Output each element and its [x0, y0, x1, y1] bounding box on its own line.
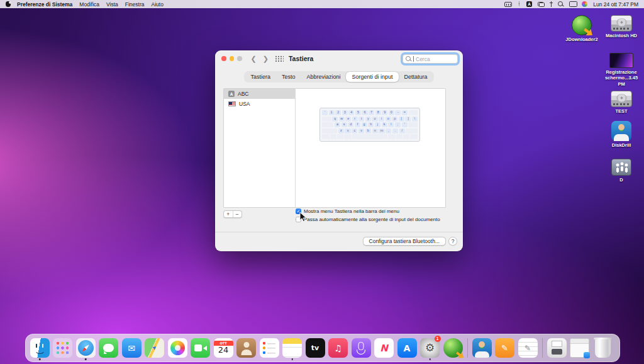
input-source-label: ABC: [238, 91, 248, 97]
running-indicator: [291, 358, 293, 360]
bluetooth-icon[interactable]: ᛂ: [518, 1, 521, 8]
launchpad-dock-icon[interactable]: [52, 336, 74, 361]
system-preferences-dock-icon[interactable]: ⚙1: [419, 336, 441, 361]
notes-dock-icon[interactable]: [282, 336, 303, 361]
textedit-dock-icon[interactable]: ✎: [517, 336, 538, 361]
maps-dock-icon[interactable]: ➤: [144, 336, 165, 361]
jdownloader2-desktop-icon[interactable]: JDownloader2: [562, 15, 602, 42]
key-o: o: [386, 117, 391, 122]
globe-icon: [572, 15, 592, 35]
diskdrill-dock-icon[interactable]: [471, 336, 492, 361]
menu-finestra[interactable]: Finestra: [125, 1, 145, 8]
menu-preferenze-di-sistema[interactable]: Preferenze di Sistema: [17, 1, 72, 8]
menu-vista[interactable]: Vista: [106, 1, 118, 8]
menu-bar-clock[interactable]: Lun 24 ott 7:47 PM: [593, 1, 638, 8]
checkbox-passa-automaticamente-alla-sor[interactable]: Passa automaticamente alla sorgente di i…: [296, 217, 440, 222]
key-=: =: [402, 110, 408, 115]
mouse-cursor: [299, 212, 307, 223]
window-titlebar[interactable]: ❮ ❯ Tastiera Cerca: [215, 50, 463, 67]
appletv-dock-icon[interactable]: tv: [304, 336, 326, 361]
key-blank: [322, 128, 337, 134]
key-6: 6: [362, 110, 367, 115]
test-desktop-icon[interactable]: TEST: [601, 91, 641, 114]
calendar-dock-icon[interactable]: OTT24: [213, 336, 234, 361]
contacts-dock-icon[interactable]: [236, 336, 257, 361]
remove-source-button[interactable]: −: [233, 211, 242, 217]
traffic-lights: [221, 56, 242, 61]
document-dock-icon[interactable]: [546, 336, 567, 361]
close-button[interactable]: [221, 56, 226, 61]
desktop-icon-label: DiskDrill: [612, 142, 631, 148]
messages-icon: [99, 338, 118, 358]
news-icon: N: [374, 338, 394, 358]
tab-tastiera[interactable]: Tastiera: [245, 72, 276, 82]
desktop-icon-label: D: [619, 177, 623, 183]
trash-dock-icon[interactable]: [592, 336, 613, 361]
key-blank: [322, 122, 333, 127]
screen-mirroring-icon[interactable]: [538, 2, 545, 7]
tab-dettatura[interactable]: Dettatura: [399, 72, 433, 82]
podcasts-dock-icon[interactable]: [350, 336, 372, 361]
pages-dock-icon[interactable]: ✎: [494, 336, 516, 361]
jdownloader-dock-icon[interactable]: [442, 336, 464, 361]
appstore-dock-icon[interactable]: A: [396, 336, 418, 361]
minimized-window-dock-icon[interactable]: [569, 336, 591, 361]
d-desktop-icon[interactable]: D: [601, 159, 641, 183]
forward-button[interactable]: ❯: [263, 55, 269, 62]
search-input[interactable]: Cerca: [402, 54, 458, 64]
minimize-button[interactable]: [230, 56, 235, 61]
tab-testo[interactable]: Testo: [276, 72, 301, 82]
colorful-app-icon[interactable]: [582, 1, 587, 7]
notes-icon: [282, 338, 302, 358]
messages-dock-icon[interactable]: [98, 336, 119, 361]
key-.: .: [392, 128, 398, 134]
mail-dock-icon[interactable]: ✉: [121, 336, 142, 361]
music-dock-icon[interactable]: ♫: [328, 336, 349, 361]
macintosh-hd-desktop-icon[interactable]: Macintosh HD: [601, 15, 641, 38]
menu-aiuto[interactable]: Aiuto: [151, 1, 163, 8]
diskdrill-desktop-icon[interactable]: DiskDrill: [601, 121, 641, 148]
key-m: m: [379, 128, 384, 134]
configure-bluetooth-keyboard-button[interactable]: Configura tastiera Bluetooth...: [363, 237, 446, 246]
antenna-icon[interactable]: [550, 1, 552, 7]
finder-dock-icon[interactable]: [29, 336, 50, 361]
apple-logo-icon[interactable]: [6, 1, 11, 7]
calendar-day: 24: [218, 346, 229, 355]
maps-icon: ➤: [145, 338, 164, 358]
mail-icon: ✉: [122, 338, 142, 358]
search-placeholder: Cerca: [416, 56, 430, 62]
registrazione-schermo-desktop-icon[interactable]: Registrazione schermo...3.45 PM: [601, 53, 641, 87]
key-blank: [322, 117, 331, 122]
safari-dock-icon[interactable]: [75, 336, 96, 361]
search-icon: [406, 56, 411, 62]
photos-dock-icon[interactable]: [167, 336, 188, 361]
photos-icon: [168, 338, 187, 358]
keyboard-layout-preview: `1234567890-=qwertyuiop[]\asdfghjkl;'zxc…: [319, 108, 420, 142]
running-indicator: [429, 358, 431, 360]
keyboard-viewer-icon[interactable]: [504, 2, 512, 7]
display-icon[interactable]: [569, 1, 576, 7]
help-button[interactable]: ?: [448, 237, 457, 246]
key-q: q: [332, 117, 338, 122]
tab-sorgenti-di-input[interactable]: Sorgenti di input: [346, 72, 398, 82]
system-preferences-window: ❮ ❯ Tastiera Cerca TastieraTestoAbbrevia…: [215, 50, 463, 251]
news-dock-icon[interactable]: N: [374, 336, 395, 361]
back-button[interactable]: ❮: [251, 55, 257, 62]
show-all-icon[interactable]: [275, 55, 284, 62]
key-l: l: [388, 122, 394, 127]
reminders-dock-icon[interactable]: [258, 336, 280, 361]
input-source-icon[interactable]: A: [526, 1, 532, 7]
input-source-usa[interactable]: USA: [224, 99, 295, 109]
key-blank: [330, 134, 336, 139]
tab-abbreviazioni[interactable]: Abbreviazioni: [301, 72, 346, 82]
spotlight-icon[interactable]: [558, 1, 564, 7]
checkbox-mostra-menu-tastiera-nella-bar[interactable]: ✓Mostra menu Tastiera nella barra dei me…: [296, 208, 440, 214]
facetime-dock-icon[interactable]: [190, 336, 211, 361]
key-e: e: [345, 117, 351, 122]
zoom-button[interactable]: [237, 56, 242, 61]
input-source-label: USA: [239, 101, 250, 107]
add-source-button[interactable]: +: [224, 211, 233, 217]
menu-modifica[interactable]: Modifica: [79, 1, 99, 8]
key-r: r: [352, 117, 358, 122]
input-source-abc[interactable]: AABC: [224, 89, 295, 99]
